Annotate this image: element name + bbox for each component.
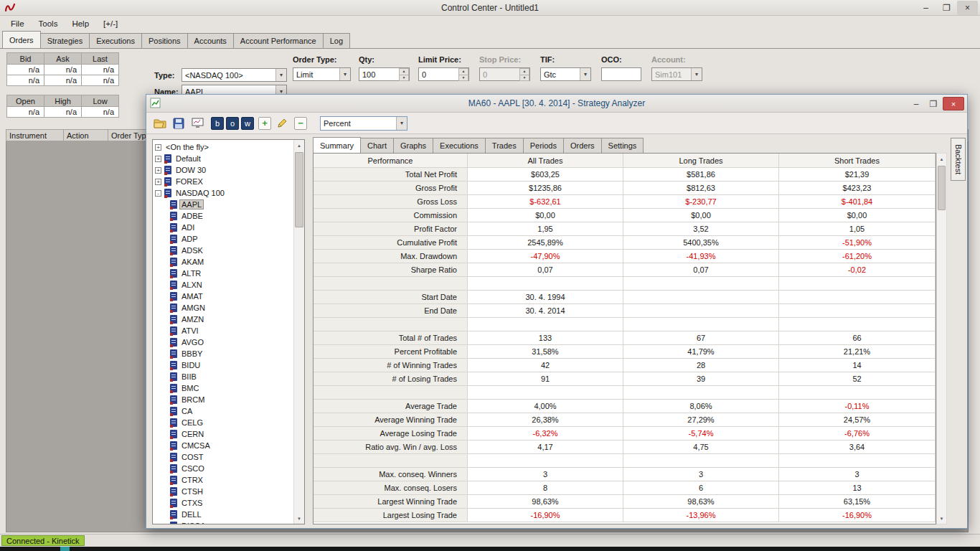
- display-unit-select[interactable]: Percent ▾: [320, 116, 407, 131]
- tree-instrument-adp[interactable]: ADP: [153, 233, 293, 245]
- tree-category-default[interactable]: +Default: [153, 153, 293, 164]
- maximize-icon[interactable]: ❐: [936, 1, 957, 15]
- menu-item-[interactable]: [+/-]: [96, 16, 125, 31]
- tree-instrument-altr[interactable]: ALTR: [153, 268, 293, 279]
- tree-instrument-bmc[interactable]: BMC: [153, 382, 293, 394]
- analyzer-tab-orders[interactable]: Orders: [563, 138, 602, 153]
- tree-instrument-ctsh[interactable]: CTSH: [153, 486, 293, 497]
- tree-category-dow-30[interactable]: +DOW 30: [153, 164, 293, 176]
- edit-button[interactable]: [274, 116, 290, 131]
- tree-instrument-atvi[interactable]: ATVI: [153, 325, 293, 336]
- maximize-icon[interactable]: ❐: [925, 97, 941, 110]
- add-button[interactable]: +: [258, 117, 271, 130]
- tree-instrument-ctrx[interactable]: CTRX: [153, 474, 293, 486]
- tree-instrument-cern[interactable]: CERN: [153, 428, 293, 440]
- mode-button-o[interactable]: o: [226, 117, 239, 130]
- analyzer-tab-settings[interactable]: Settings: [601, 138, 644, 153]
- summary-row-label: [314, 454, 468, 468]
- menu-item-help[interactable]: Help: [65, 16, 96, 31]
- tab-orders[interactable]: Orders: [2, 31, 41, 48]
- tab-accounts[interactable]: Accounts: [187, 33, 234, 48]
- scroll-up-icon[interactable]: ▲: [937, 154, 946, 164]
- tree-instrument-amgn[interactable]: AMGN: [153, 302, 293, 314]
- scrollbar-thumb[interactable]: [938, 166, 946, 210]
- tree-category-on-the-fly[interactable]: +<On the fly>: [153, 141, 293, 153]
- order-type-select[interactable]: Limit ▾: [293, 67, 351, 81]
- scroll-down-icon[interactable]: ▼: [937, 513, 946, 524]
- tree-expander-icon[interactable]: +: [155, 156, 161, 162]
- tree-instrument-biib[interactable]: BIIB: [153, 371, 293, 382]
- tree-instrument-brcm[interactable]: BRCM: [153, 394, 293, 405]
- oco-label: OCO:: [601, 55, 622, 64]
- tree-instrument-aapl[interactable]: AAPL: [153, 199, 293, 210]
- summary-value: $-401,84: [779, 195, 936, 209]
- analyzer-tab-graphs[interactable]: Graphs: [393, 138, 433, 153]
- limit-price-stepper[interactable]: 0 ▲▼: [418, 67, 469, 81]
- tree-instrument-adi[interactable]: ADI: [153, 222, 293, 233]
- tree-instrument-dell[interactable]: DELL: [153, 509, 293, 520]
- tree-instrument-ctxs[interactable]: CTXS: [153, 497, 293, 509]
- tab-positions[interactable]: Positions: [141, 33, 188, 48]
- tree-instrument-cost[interactable]: COST: [153, 451, 293, 463]
- tree-category-nasdaq-100[interactable]: -NASDAQ 100: [153, 187, 293, 199]
- close-icon[interactable]: ×: [943, 97, 964, 110]
- tab-executions[interactable]: Executions: [89, 33, 142, 48]
- close-icon[interactable]: ×: [957, 1, 978, 15]
- tree-instrument-adbe[interactable]: ADBE: [153, 210, 293, 222]
- tree-expander-icon[interactable]: +: [155, 179, 161, 185]
- qty-stepper[interactable]: 100 ▲▼: [359, 67, 410, 81]
- tree-instrument-cmcsa[interactable]: CMCSA: [153, 440, 293, 451]
- scroll-up-icon[interactable]: ▲: [294, 140, 304, 151]
- scrollbar-thumb[interactable]: [295, 152, 303, 227]
- tree-expander-icon[interactable]: -: [155, 190, 161, 197]
- tree-expander-icon[interactable]: +: [155, 144, 161, 151]
- tab-log[interactable]: Log: [323, 33, 350, 48]
- menu-item-file[interactable]: File: [4, 16, 32, 31]
- tree-instrument-disca[interactable]: DISCA: [153, 520, 293, 524]
- analyzer-tab-summary[interactable]: Summary: [313, 137, 361, 153]
- minimize-icon[interactable]: –: [908, 97, 924, 110]
- tree-scrollbar[interactable]: ▲ ▼: [293, 140, 304, 524]
- instrument-list-select[interactable]: <NASDAQ 100> ▾: [182, 68, 287, 82]
- open-button[interactable]: [152, 116, 168, 131]
- tree-instrument-celg[interactable]: CELG: [153, 417, 293, 428]
- analyzer-titlebar[interactable]: MA60 - AAPL [30. 4. 2014] - Strategy Ana…: [146, 95, 967, 113]
- minimize-icon[interactable]: –: [915, 1, 936, 15]
- control-center-titlebar[interactable]: Control Center - Untitled1 – ❐ ×: [0, 0, 980, 16]
- analyzer-tab-chart[interactable]: Chart: [360, 138, 394, 153]
- summary-value: 91: [468, 372, 623, 386]
- menu-item-tools[interactable]: Tools: [32, 16, 65, 31]
- summary-value: 3: [468, 468, 623, 481]
- backtest-vertical-tab[interactable]: Backtest: [951, 138, 966, 181]
- tab-strategies[interactable]: Strategies: [40, 33, 90, 48]
- table-scrollbar[interactable]: ▲ ▼: [936, 153, 947, 524]
- tree-instrument-amat[interactable]: AMAT: [153, 291, 293, 302]
- tree-instrument-ca[interactable]: CA: [153, 405, 293, 417]
- tree-instrument-label: ALXN: [180, 281, 204, 289]
- tree-instrument-amzn[interactable]: AMZN: [153, 314, 293, 325]
- analyzer-tab-periods[interactable]: Periods: [523, 138, 564, 153]
- tree-instrument-avgo[interactable]: AVGO: [153, 336, 293, 348]
- oco-input[interactable]: [601, 67, 641, 81]
- tree-category-forex[interactable]: +FOREX: [153, 176, 293, 187]
- analyzer-tab-executions[interactable]: Executions: [433, 138, 486, 153]
- tree-expander-icon[interactable]: +: [155, 167, 161, 174]
- remove-button[interactable]: −: [294, 117, 307, 130]
- tree-instrument-csco[interactable]: CSCO: [153, 463, 293, 474]
- tif-select[interactable]: Gtc ▾: [540, 67, 591, 81]
- scroll-down-icon[interactable]: ▼: [294, 513, 304, 524]
- tab-account-performance[interactable]: Account Performance: [233, 33, 324, 48]
- tree-instrument-adsk[interactable]: ADSK: [153, 245, 293, 256]
- instrument-icon: [170, 281, 177, 289]
- tree-instrument-bidu[interactable]: BIDU: [153, 359, 293, 371]
- tree-instrument-alxn[interactable]: ALXN: [153, 279, 293, 291]
- tree-instrument-bbby[interactable]: BBBY: [153, 348, 293, 359]
- display-button[interactable]: [189, 116, 205, 131]
- mode-button-w[interactable]: w: [241, 117, 254, 130]
- tree-instrument-akam[interactable]: AKAM: [153, 256, 293, 268]
- mode-button-b[interactable]: b: [211, 117, 224, 130]
- stepper-arrows[interactable]: ▲▼: [458, 68, 468, 80]
- save-button[interactable]: [171, 116, 187, 131]
- stepper-arrows[interactable]: ▲▼: [399, 68, 409, 80]
- analyzer-tab-trades[interactable]: Trades: [485, 138, 524, 153]
